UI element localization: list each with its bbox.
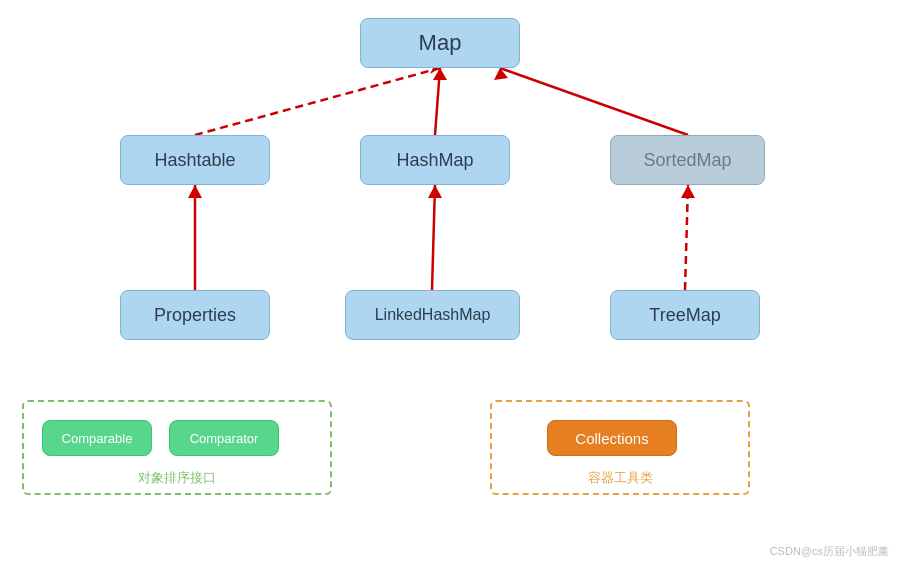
svg-line-8 [432, 185, 435, 290]
legend-box-sorting: Comparable Comparator 对象排序接口 [22, 400, 332, 495]
comparable-node: Comparable [42, 420, 152, 456]
svg-marker-7 [188, 185, 202, 198]
comparator-node: Comparator [169, 420, 279, 456]
hashmap-node: HashMap [360, 135, 510, 185]
svg-marker-3 [433, 68, 447, 80]
hashtable-node: Hashtable [120, 135, 270, 185]
diagram-container: Map Hashtable HashMap SortedMap Properti… [0, 0, 899, 565]
linkedhashmap-node: LinkedHashMap [345, 290, 520, 340]
svg-marker-9 [428, 185, 442, 198]
watermark: CSDN@cs历届小猫肥薰 [770, 544, 889, 559]
legend-collections-label: 容器工具类 [588, 469, 653, 487]
properties-node: Properties [120, 290, 270, 340]
legend-box-collections: Collections 容器工具类 [490, 400, 750, 495]
collections-node: Collections [547, 420, 677, 456]
svg-line-2 [435, 68, 440, 135]
treemap-node: TreeMap [610, 290, 760, 340]
svg-line-4 [500, 68, 688, 135]
svg-line-0 [195, 68, 440, 135]
svg-marker-5 [494, 68, 508, 80]
legend-sorting-label: 对象排序接口 [138, 469, 216, 487]
svg-marker-11 [681, 185, 695, 198]
sortedmap-node: SortedMap [610, 135, 765, 185]
map-node: Map [360, 18, 520, 68]
svg-line-10 [685, 185, 688, 290]
